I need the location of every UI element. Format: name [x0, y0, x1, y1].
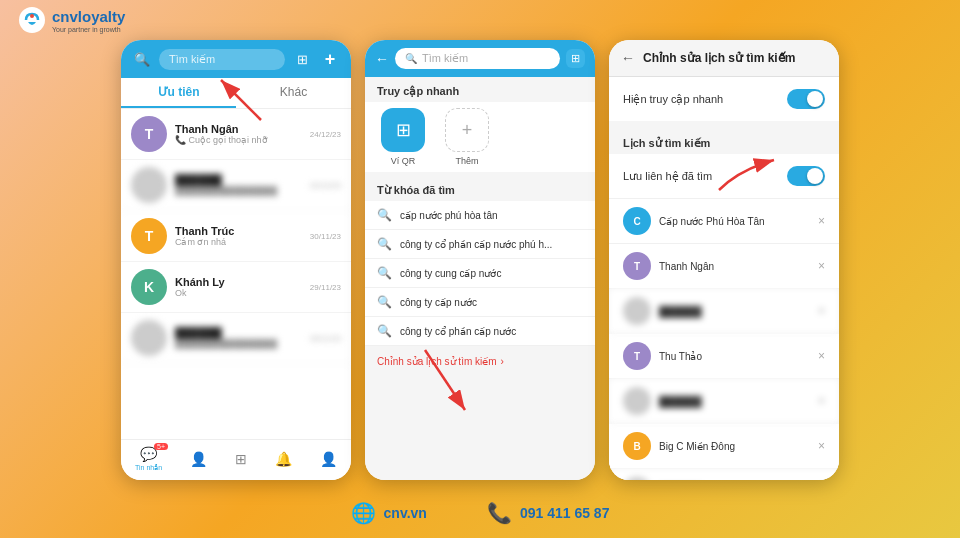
tab-other[interactable]: Khác	[236, 78, 351, 108]
add-icon-box: +	[445, 108, 489, 152]
history-name: Thanh Ngân	[659, 261, 714, 272]
edit-history-link[interactable]: Chỉnh sửa lịch sử tìm kiếm ›	[365, 346, 595, 377]
nav-profile[interactable]: 👤	[320, 451, 337, 467]
avatar	[623, 297, 651, 325]
avatar	[131, 167, 167, 203]
avatar: K	[131, 269, 167, 305]
toggle-knob-save	[807, 168, 823, 184]
list-item[interactable]: K Khánh Ly Ok 29/11/23	[121, 262, 351, 313]
list-item[interactable]: T Thanh Ngân ×	[609, 244, 839, 289]
phone3-title: Chỉnh sửa lịch sử tìm kiếm	[643, 51, 795, 65]
list-item[interactable]: 🔍 cấp nước phú hòa tân	[365, 201, 595, 230]
avatar	[623, 477, 651, 480]
back-button-phone2[interactable]: ←	[375, 51, 389, 67]
list-item[interactable]: T Thanh Ngân 📞 Cuộc gọi thoại nhỡ 24/12/…	[121, 109, 351, 160]
tab-priority[interactable]: Ưu tiên	[121, 78, 236, 108]
close-icon[interactable]: ×	[818, 439, 825, 453]
search-icon: 🔍	[377, 237, 392, 251]
history-item-left: B Big C Miền Đông	[623, 432, 735, 460]
setting-label-quick: Hiện truy cập nhanh	[623, 93, 723, 106]
phone2-search-bar[interactable]: 🔍 Tìm kiếm	[395, 48, 560, 69]
logo-text: cnvloyalty	[52, 8, 125, 25]
list-item[interactable]: C Cấp nước Phú Hòa Tân ×	[609, 199, 839, 244]
list-item[interactable]: T Thu Thảo ×	[609, 334, 839, 379]
nav-contacts[interactable]: 👤	[190, 451, 207, 467]
svg-point-1	[30, 14, 34, 18]
list-item[interactable]: ██████ ████████████████ 20/12/23	[121, 160, 351, 211]
history-item-left: ██████	[623, 477, 702, 480]
footer-phone: 📞 091 411 65 87	[487, 501, 610, 525]
back-button-phone3[interactable]: ←	[621, 50, 635, 66]
keyword-text: công ty cổ phần cấp nước phú h...	[400, 239, 552, 250]
phone3-header: ← Chỉnh sửa lịch sử tìm kiếm	[609, 40, 839, 77]
history-name: ██████	[659, 396, 702, 407]
list-item[interactable]: 🔍 công ty cổ phần cấp nước phú h...	[365, 230, 595, 259]
history-name: Thu Thảo	[659, 351, 702, 362]
msg-name: ██████	[175, 174, 302, 186]
list-item[interactable]: B Big C Miền Đông ×	[609, 424, 839, 469]
logo-tagline: Your partner in growth	[52, 26, 125, 33]
list-item[interactable]: 🔍 công ty cấp nước	[365, 288, 595, 317]
setting-row-save: Lưu liên hệ đã tìm	[609, 154, 839, 199]
msg-name: ██████	[175, 327, 302, 339]
msg-name: Thanh Trúc	[175, 225, 302, 237]
avatar: T	[623, 342, 651, 370]
quick-icon-add[interactable]: + Thêm	[445, 108, 489, 166]
close-icon[interactable]: ×	[818, 259, 825, 273]
close-icon[interactable]: ×	[818, 394, 825, 408]
top-bar: cnvloyalty Your partner in growth	[0, 0, 960, 40]
add-icon-phone1[interactable]: +	[319, 48, 341, 70]
list-item[interactable]: ██████ ×	[609, 379, 839, 424]
search-icon: 🔍	[377, 208, 392, 222]
phone2-header: ← 🔍 Tìm kiếm ⊞	[365, 40, 595, 77]
nav-grid[interactable]: ⊞	[235, 451, 247, 467]
qr-scan-icon-phone1[interactable]: ⊞	[291, 48, 313, 70]
list-item[interactable]: T Thanh Trúc Cảm ơn nhá 30/11/23	[121, 211, 351, 262]
nav-notifications[interactable]: 🔔	[275, 451, 292, 467]
msg-info: Thanh Ngân 📞 Cuộc gọi thoại nhỡ	[175, 123, 302, 145]
history-item-left: ██████	[623, 297, 702, 325]
phone3-body: Hiện truy cập nhanh Lịch sử tìm kiếm Lưu…	[609, 77, 839, 480]
avatar: T	[131, 218, 167, 254]
list-item[interactable]: ██████ ×	[609, 289, 839, 334]
qr-icon-box: ⊞	[381, 108, 425, 152]
save-toggle[interactable]	[787, 166, 825, 186]
website-text: cnv.vn	[384, 505, 427, 521]
list-item[interactable]: ██████ ×	[609, 469, 839, 480]
footer-website: 🌐 cnv.vn	[351, 501, 427, 525]
list-item[interactable]: 🔍 công ty cung cấp nước	[365, 259, 595, 288]
close-icon[interactable]: ×	[818, 214, 825, 228]
msg-info: ██████ ████████████████	[175, 327, 302, 349]
quick-icon-label-add: Thêm	[455, 156, 478, 166]
quick-icons-row: ⊞ Ví QR + Thêm	[365, 102, 595, 172]
msg-preview: 📞 Cuộc gọi thoại nhỡ	[175, 135, 302, 145]
history-name: Big C Miền Đông	[659, 441, 735, 452]
history-name: ██████	[659, 306, 702, 317]
phone-icon: 📞	[487, 501, 512, 525]
close-icon[interactable]: ×	[818, 304, 825, 318]
list-item[interactable]: 🔍 công ty cổ phần cấp nước	[365, 317, 595, 346]
phone2-frame: ← 🔍 Tìm kiếm ⊞ Truy cập nhanh ⊞ Ví QR +	[365, 40, 595, 480]
tabs-row: Ưu tiên Khác	[121, 78, 351, 109]
chevron-right-icon: ›	[501, 356, 504, 367]
message-badge: 5+	[154, 443, 168, 450]
msg-info: Thanh Trúc Cảm ơn nhá	[175, 225, 302, 247]
nav-messages[interactable]: 💬 5+ Tin nhắn	[135, 446, 162, 472]
phone1-search-bar[interactable]: Tìm kiếm	[159, 49, 285, 70]
avatar: T	[623, 252, 651, 280]
quick-icon-qr[interactable]: ⊞ Ví QR	[381, 108, 425, 166]
msg-info: ██████ ████████████████	[175, 174, 302, 196]
close-icon[interactable]: ×	[818, 349, 825, 363]
keyword-text: công ty cấp nước	[400, 297, 477, 308]
history-item-left: ██████	[623, 387, 702, 415]
search-icon: 🔍	[377, 266, 392, 280]
history-item-left: T Thu Thảo	[623, 342, 702, 370]
list-item[interactable]: ██████ ████████████████ 28/11/23	[121, 313, 351, 364]
avatar: B	[623, 432, 651, 460]
edit-history-text: Chỉnh sửa lịch sử tìm kiếm	[377, 356, 497, 367]
avatar: C	[623, 207, 651, 235]
quick-access-toggle[interactable]	[787, 89, 825, 109]
phone3-frame: ← Chỉnh sửa lịch sử tìm kiếm Hiện truy c…	[609, 40, 839, 480]
qr-button-phone2[interactable]: ⊞	[566, 49, 585, 68]
search-icon-phone1[interactable]: 🔍	[131, 48, 153, 70]
